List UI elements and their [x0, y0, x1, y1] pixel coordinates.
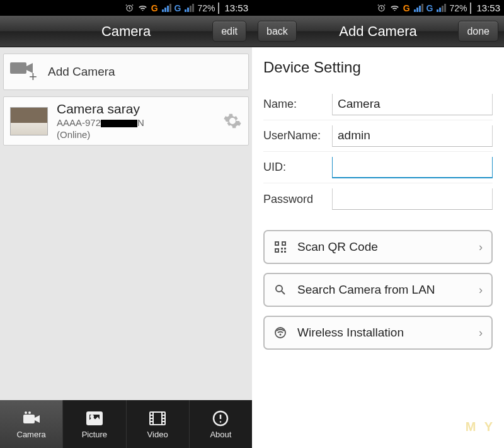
- username-input[interactable]: [332, 125, 493, 147]
- search-icon: [273, 284, 287, 296]
- screen-camera-list: G G 72% 13:53 Camera edit + Add Camera C…: [0, 0, 252, 448]
- clock: 13:53: [476, 3, 500, 13]
- name-input[interactable]: [332, 94, 493, 115]
- svg-rect-1: [10, 62, 26, 74]
- tab-picture[interactable]: Picture: [63, 400, 126, 448]
- signal-2-icon: [185, 4, 194, 12]
- field-password: Password: [263, 183, 493, 215]
- page-title: Camera: [101, 23, 151, 40]
- camera-name: Camera saray: [57, 101, 214, 117]
- statusbar: G G 72% 13:53: [0, 0, 252, 16]
- add-camera-form: Device Setting Name: UserName: UID: Pass…: [252, 47, 504, 448]
- battery-pct: 72%: [449, 3, 467, 13]
- camera-thumbnail: [10, 107, 48, 135]
- camera-row[interactable]: Camera saray AAAA-972N (Online): [3, 96, 249, 146]
- scan-qr-label: Scan QR Code: [297, 240, 469, 254]
- uid-redacted: [101, 120, 137, 127]
- search-lan-label: Search Camera from LAN: [297, 283, 469, 297]
- wireless-icon: [273, 326, 287, 339]
- header-right: back Add Camera done: [252, 16, 504, 47]
- tab-video-label: Video: [147, 430, 168, 439]
- tab-picture-label: Picture: [82, 430, 107, 439]
- svg-point-5: [28, 411, 31, 414]
- svg-rect-23: [276, 243, 278, 244]
- camera-info: Camera saray AAAA-972N (Online): [57, 101, 214, 141]
- alarm-icon: [125, 3, 134, 13]
- password-label: Password: [263, 193, 332, 206]
- search-lan-button[interactable]: Search Camera from LAN ›: [263, 273, 493, 307]
- camera-status: (Online): [57, 129, 214, 141]
- svg-text:+: +: [29, 69, 37, 83]
- section-title: Device Setting: [263, 59, 493, 76]
- edit-button[interactable]: edit: [212, 21, 246, 42]
- camera-icon: [21, 410, 42, 427]
- about-icon: [210, 410, 231, 427]
- username-label: UserName:: [263, 129, 332, 142]
- clock: 13:53: [224, 3, 248, 13]
- video-icon: [147, 410, 168, 427]
- uid-label: UID:: [263, 161, 332, 174]
- name-label: Name:: [263, 98, 332, 111]
- carrier-1-label: G: [403, 3, 410, 13]
- wireless-install-label: Wireless Installation: [297, 326, 469, 340]
- battery-pct: 72%: [197, 3, 215, 13]
- signal-1-icon: [414, 4, 423, 12]
- field-name: Name:: [263, 89, 493, 120]
- svg-point-20: [220, 421, 221, 422]
- chevron-right-icon: ›: [479, 284, 483, 297]
- battery-icon: [218, 3, 219, 13]
- wireless-install-button[interactable]: Wireless Installation ›: [263, 316, 493, 350]
- scan-qr-button[interactable]: Scan QR Code ›: [263, 230, 493, 264]
- add-camera-row[interactable]: + Add Camera: [3, 54, 249, 90]
- page-title: Add Camera: [339, 23, 417, 40]
- field-username: UserName:: [263, 120, 493, 152]
- svg-rect-27: [276, 250, 278, 251]
- picture-icon: [84, 410, 105, 427]
- tab-about[interactable]: About: [190, 400, 252, 448]
- gear-icon[interactable]: [223, 112, 242, 130]
- signal-1-icon: [162, 4, 171, 12]
- svg-rect-31: [284, 251, 286, 253]
- back-button[interactable]: back: [258, 21, 297, 42]
- uid-input[interactable]: [332, 157, 493, 178]
- svg-line-33: [282, 291, 285, 294]
- header-left: Camera edit: [0, 16, 252, 47]
- svg-point-35: [280, 334, 282, 336]
- carrier-2-label: G: [427, 3, 433, 13]
- field-uid: UID:: [263, 152, 493, 183]
- screen-add-camera: G G 72% 13:53 back Add Camera done Devic…: [252, 0, 504, 448]
- bottom-nav: Camera Picture Video About: [0, 400, 252, 448]
- add-camera-label: Add Camera: [48, 65, 115, 79]
- chevron-right-icon: ›: [479, 326, 483, 340]
- svg-rect-3: [23, 415, 35, 423]
- uid-prefix: AAAA-972: [57, 117, 101, 129]
- svg-point-4: [25, 411, 27, 414]
- password-input[interactable]: [332, 188, 493, 210]
- tab-camera[interactable]: Camera: [0, 400, 63, 448]
- alarm-icon: [377, 3, 386, 13]
- add-camera-icon: +: [10, 61, 38, 83]
- svg-rect-25: [283, 243, 285, 244]
- carrier-1-label: G: [151, 3, 158, 13]
- svg-rect-29: [284, 248, 286, 250]
- chevron-right-icon: ›: [479, 241, 483, 254]
- battery-icon: [470, 3, 471, 13]
- signal-2-icon: [437, 4, 446, 12]
- done-button[interactable]: done: [458, 21, 498, 42]
- camera-list-content: + Add Camera Camera saray AAAA-972N (Onl…: [0, 47, 252, 400]
- wifi-icon: [389, 3, 400, 13]
- svg-point-32: [276, 285, 282, 292]
- tab-camera-label: Camera: [17, 430, 46, 439]
- statusbar: G G 72% 13:53: [252, 0, 504, 16]
- qr-icon: [273, 241, 287, 253]
- wifi-icon: [137, 3, 148, 13]
- carrier-2-label: G: [175, 3, 181, 13]
- tab-video[interactable]: Video: [127, 400, 190, 448]
- svg-rect-28: [281, 248, 283, 250]
- svg-rect-30: [281, 251, 283, 253]
- camera-uid: AAAA-972N: [57, 117, 214, 129]
- uid-suffix: N: [137, 117, 144, 129]
- tab-about-label: About: [210, 430, 231, 439]
